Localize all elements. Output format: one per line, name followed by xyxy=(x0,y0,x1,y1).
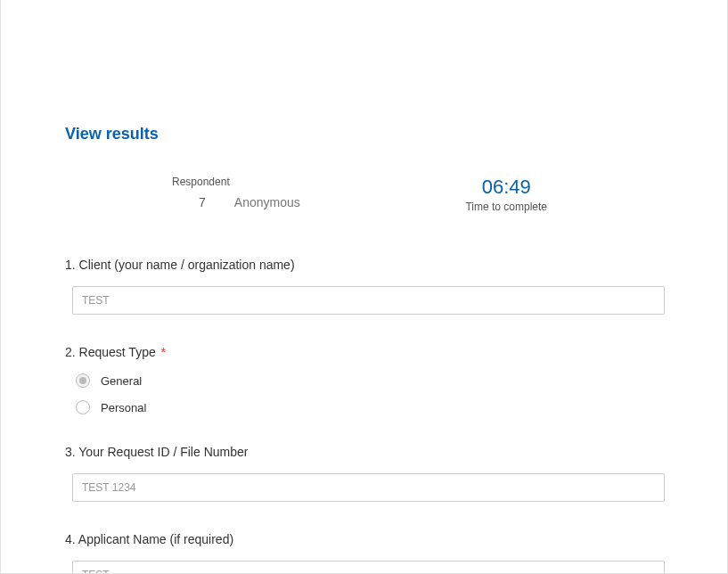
content-wrapper: View results Respondent 7 Anonymous 06:4… xyxy=(1,0,727,574)
client-field: TEST xyxy=(72,286,665,315)
respondent-line: 7 Anonymous xyxy=(163,195,300,209)
radio-icon xyxy=(76,400,90,414)
form-results-page: View results Respondent 7 Anonymous 06:4… xyxy=(0,0,728,574)
time-value: 06:49 xyxy=(465,176,547,199)
question-client: 1. Client (your name / organization name… xyxy=(65,258,663,315)
time-block: 06:49 Time to complete xyxy=(465,176,547,213)
option-personal: Personal xyxy=(76,400,663,414)
question-label: 1. Client (your name / organization name… xyxy=(65,258,663,272)
question-applicant-name: 4. Applicant Name (if required) TEST xyxy=(65,532,663,574)
request-id-field: TEST 1234 xyxy=(72,473,665,502)
respondent-number: 7 xyxy=(199,195,206,209)
question-label: 2. Request Type * xyxy=(65,345,663,359)
required-star: * xyxy=(161,345,166,359)
option-label: General xyxy=(101,374,142,388)
option-general: General xyxy=(76,373,663,388)
page-title: View results xyxy=(65,125,663,144)
question-request-id: 3. Your Request ID / File Number TEST 12… xyxy=(65,445,663,502)
option-label: Personal xyxy=(101,401,146,414)
respondent-label: Respondent xyxy=(172,176,300,188)
question-label: 4. Applicant Name (if required) xyxy=(65,532,663,546)
question-label-text: 2. Request Type xyxy=(65,345,156,359)
question-request-type: 2. Request Type * General Personal xyxy=(65,345,663,414)
time-label: Time to complete xyxy=(465,201,547,213)
question-label: 3. Your Request ID / File Number xyxy=(65,445,663,459)
options-list: General Personal xyxy=(76,373,663,414)
respondent-name: Anonymous xyxy=(234,195,300,209)
radio-icon xyxy=(76,373,90,388)
respondent-block: Respondent 7 Anonymous xyxy=(163,176,300,209)
meta-row: Respondent 7 Anonymous 06:49 Time to com… xyxy=(65,176,663,213)
applicant-name-field: TEST xyxy=(72,561,665,574)
